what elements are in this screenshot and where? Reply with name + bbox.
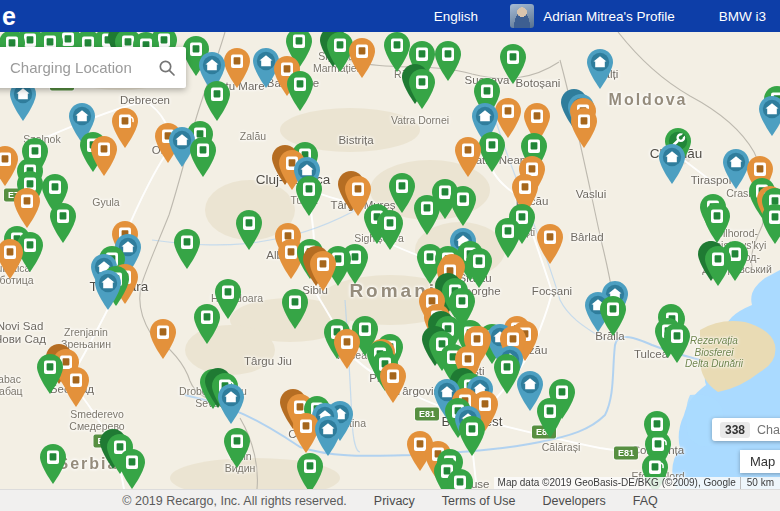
charging-locations-count-badge[interactable]: 338 Charging Locations	[712, 418, 780, 441]
map-pin-orange-station-pin[interactable]	[569, 107, 599, 149]
map-pin-green-station-pin[interactable]	[202, 80, 232, 122]
map-pin-orange-station-pin[interactable]	[535, 223, 565, 265]
map-pin-green-station-pin[interactable]	[295, 452, 325, 489]
map-pin-green-station-pin[interactable]	[407, 68, 437, 110]
map-pin-green-station-pin[interactable]	[662, 322, 692, 364]
map-pin-green-station-pin[interactable]	[234, 209, 264, 251]
map-pins-layer	[0, 32, 780, 489]
plugshare-app: e English Adrian Mitrea's Profile BMW i3	[0, 0, 780, 511]
map-pin-orange-station-pin[interactable]	[0, 238, 25, 280]
plugshare-logo-partial[interactable]: e	[2, 1, 16, 31]
map-pin-orange-station-pin[interactable]	[453, 136, 483, 178]
map-pin-green-station-pin[interactable]	[493, 217, 523, 259]
footer-bar: © 2019 Recargo, Inc. All rights reserved…	[0, 489, 780, 511]
map-pin-green-station-pin[interactable]	[445, 468, 475, 489]
map-pin-green-station-pin[interactable]	[117, 448, 147, 489]
copyright-text: © 2019 Recargo, Inc. All rights reserved…	[122, 494, 347, 508]
footer-link-faq[interactable]: FAQ	[633, 494, 658, 508]
map-pin-green-station-pin[interactable]	[448, 185, 478, 227]
search-box	[0, 47, 186, 88]
map-pin-green-station-pin[interactable]	[38, 443, 68, 485]
map-scale: 50 km	[740, 477, 780, 489]
map-pin-green-station-pin[interactable]	[433, 40, 463, 82]
map-pin-green-station-pin[interactable]	[48, 202, 78, 244]
search-input[interactable]	[8, 58, 158, 77]
location-count-label: Charging Locations	[757, 423, 780, 437]
map-pin-green-station-pin[interactable]	[188, 136, 218, 178]
map-pin-green-station-pin[interactable]	[294, 175, 324, 217]
map-pin-green-station-pin[interactable]	[598, 295, 628, 337]
map-pin-green-station-pin[interactable]	[760, 203, 780, 245]
map-attribution-bar: Map data ©2019 GeoBasis-DE/BKG (©2009), …	[494, 477, 780, 489]
map-pin-green-station-pin[interactable]	[412, 194, 442, 236]
map-pin-green-station-pin[interactable]	[702, 202, 732, 244]
map-pin-green-station-pin[interactable]	[703, 245, 733, 287]
map-canvas[interactable]: MoldovaRomaniaSerbiaBucharestTimișoaraCl…	[0, 32, 780, 489]
map-pin-green-station-pin[interactable]	[498, 43, 528, 85]
map-pin-green-station-pin[interactable]	[192, 303, 222, 345]
map-pin-orange-station-pin[interactable]	[12, 187, 42, 229]
map-pin-orange-station-pin[interactable]	[308, 250, 338, 292]
vehicle-menu[interactable]: BMW i3	[719, 9, 766, 24]
map-pin-green-station-pin[interactable]	[285, 70, 315, 112]
map-pin-blue-home-pin[interactable]	[657, 143, 687, 185]
map-pin-green-station-pin[interactable]	[280, 288, 310, 330]
map-pin-blue-home-pin[interactable]	[313, 415, 343, 457]
profile-menu[interactable]: Adrian Mitrea's Profile	[543, 9, 675, 24]
footer-link-privacy[interactable]: Privacy	[374, 494, 415, 508]
map-pin-orange-station-pin[interactable]	[61, 366, 91, 408]
map-attribution: Map data ©2019 GeoBasis-DE/BKG (©2009), …	[494, 477, 740, 489]
footer-link-terms[interactable]: Terms of Use	[442, 494, 516, 508]
search-icon[interactable]	[158, 59, 176, 77]
map-pin-orange-station-pin[interactable]	[148, 318, 178, 360]
map-pin-green-station-pin[interactable]	[222, 427, 252, 469]
language-menu[interactable]: English	[434, 9, 478, 24]
top-navigation-bar: e English Adrian Mitrea's Profile BMW i3	[0, 0, 780, 32]
map-pin-blue-home-pin[interactable]	[757, 95, 780, 137]
map-pin-blue-home-pin[interactable]	[216, 383, 246, 425]
map-pin-green-station-pin[interactable]	[375, 209, 405, 251]
footer-link-developers[interactable]: Developers	[542, 494, 605, 508]
map-pin-orange-station-pin[interactable]	[89, 135, 119, 177]
map-pin-blue-home-pin[interactable]	[585, 48, 615, 90]
map-pin-orange-station-pin[interactable]	[332, 328, 362, 370]
header-right-group: English Adrian Mitrea's Profile BMW i3	[434, 4, 780, 28]
map-pin-green-station-pin[interactable]	[172, 228, 202, 270]
map-pin-orange-station-pin[interactable]	[378, 362, 408, 404]
location-count: 338	[720, 422, 750, 438]
map-type-button[interactable]: Map	[740, 450, 780, 473]
map-pin-blue-home-pin[interactable]	[93, 269, 123, 311]
map-pin-orange-station-pin[interactable]	[347, 37, 377, 79]
user-avatar[interactable]	[510, 4, 534, 28]
map-pin-green-station-pin[interactable]	[535, 397, 565, 439]
